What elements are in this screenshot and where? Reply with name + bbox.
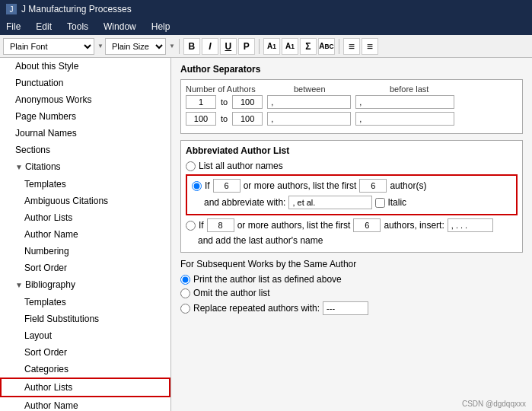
row2-from-input[interactable] (186, 112, 216, 126)
row2-to-label: to (221, 114, 228, 123)
align-center-button[interactable]: ≡ (362, 38, 378, 55)
tree-item-layout[interactable]: Layout (0, 327, 170, 344)
abbrev-with-input[interactable] (288, 196, 372, 209)
menu-help[interactable]: Help (148, 20, 174, 33)
row1-between-input[interactable] (267, 95, 351, 109)
menu-tools[interactable]: Tools (64, 20, 91, 33)
toolbar-sep-3 (339, 39, 339, 54)
bibliography-label: Bibliography (25, 279, 75, 290)
subseq-radio-1[interactable] (180, 275, 190, 285)
tree-item-anonymous[interactable]: Anonymous Works (0, 91, 170, 108)
citations-expand-icon: ▼ (15, 163, 23, 171)
sort-order-bib-label: Sort Order (24, 347, 67, 358)
row2-between-input[interactable] (267, 112, 351, 126)
radio-if-6[interactable] (192, 181, 202, 191)
row2-before-last-input[interactable] (355, 112, 454, 126)
layout-label: Layout (24, 330, 52, 341)
tree-item-journal-names[interactable]: Journal Names (0, 125, 170, 142)
author-sep-title: Author Separators (180, 64, 523, 75)
font-select[interactable]: Plain Font (3, 38, 94, 55)
radio-list-all[interactable] (186, 161, 196, 171)
radio3-middle-label: or more authors, list the first (237, 220, 351, 231)
radio3-num2-input[interactable] (353, 218, 381, 232)
tree-item-bibliography[interactable]: ▼Bibliography (0, 276, 170, 294)
tree-item-author-name-bib[interactable]: Author Name (0, 397, 170, 411)
underline-button[interactable]: U (220, 38, 237, 55)
italic-button[interactable]: I (202, 38, 218, 55)
size-dropdown-arrow: ▼ (169, 43, 175, 49)
radio3-sub-label: and add the last author's name (198, 235, 323, 246)
sections-label: Sections (15, 145, 50, 155)
tree-item-citations[interactable]: ▼Citations (0, 158, 170, 176)
tree-item-templates-bib[interactable]: Templates (0, 294, 170, 311)
align-left-button[interactable]: ≡ (343, 38, 360, 55)
tree-item-punctuation[interactable]: Punctuation (0, 75, 170, 91)
subseq-radio1-label: Print the author list as defined above (193, 274, 342, 285)
subseq-radio-2[interactable] (180, 288, 190, 298)
subseq-radio-row-2: Omit the author list (180, 288, 523, 298)
menu-edit[interactable]: Edit (33, 20, 55, 33)
subseq-section: For Subsequent Works by the Same Author … (180, 259, 523, 315)
font-dropdown-arrow: ▼ (97, 43, 104, 49)
journal-names-label: Journal Names (15, 128, 77, 139)
tree-item-author-name-cit[interactable]: Author Name (0, 226, 170, 243)
subseq-radio-3[interactable] (180, 304, 190, 314)
radio3-num1-input[interactable] (207, 218, 234, 232)
row1-from-input[interactable] (186, 95, 216, 109)
row1-to-input[interactable] (232, 95, 263, 109)
ambiguous-label: Ambiguous Citations (24, 196, 108, 206)
tree-item-author-lists-bib[interactable]: Author Lists (0, 378, 170, 397)
tree-item-templates-cit[interactable]: Templates (0, 176, 170, 193)
row1-to-label: to (221, 97, 228, 107)
tree-item-sort-order-cit[interactable]: Sort Order (0, 260, 170, 276)
radio3-sub-row: and add the last author's name (186, 235, 518, 246)
right-panel: Author Separators Number of Authors betw… (171, 58, 532, 411)
abbrev-with-label: and abbreviate with: (204, 197, 285, 208)
tree-item-about[interactable]: About this Style (0, 58, 170, 75)
left-panel: About this Style Punctuation Anonymous W… (0, 58, 171, 411)
abbrev-with-row: and abbreviate with: Italic (192, 196, 511, 209)
p-button[interactable]: P (238, 38, 255, 55)
radio2-num1-input[interactable] (213, 179, 241, 193)
title-bar: J J Manufacturing Processes (0, 0, 532, 18)
abbrev-title: Abbreviated Author List (186, 145, 518, 156)
subseq-radio3-prefix-label: Replace repeated authors with: (193, 303, 320, 314)
tree-item-sections[interactable]: Sections (0, 142, 170, 158)
author-sep-col-headers: Number of Authors between before last (186, 84, 518, 94)
tree-item-field-substitutions[interactable]: Field Substitutions (0, 311, 170, 327)
radio-row-1: List all author names (186, 161, 518, 171)
superscript-button[interactable]: A1 (263, 38, 280, 55)
menu-bar: File Edit Tools Window Help (0, 18, 532, 35)
radio3-insert-input[interactable] (448, 218, 493, 232)
row1-before-last-input[interactable] (355, 95, 454, 109)
bold-button[interactable]: B (183, 38, 200, 55)
menu-file[interactable]: File (3, 20, 24, 33)
radio2-num2-input[interactable] (359, 179, 387, 193)
tree-item-numbering[interactable]: Numbering (0, 243, 170, 260)
author-lists-bib-label: Author Lists (24, 382, 72, 393)
tree-item-sort-order-bib[interactable]: Sort Order (0, 344, 170, 361)
tree-item-page-numbers[interactable]: Page Numbers (0, 108, 170, 125)
author-lists-cit-label: Author Lists (24, 212, 72, 223)
radio-if-8[interactable] (186, 221, 196, 231)
templates-cit-label: Templates (24, 179, 66, 190)
italic-checkbox[interactable] (375, 198, 385, 208)
sort-order-cit-label: Sort Order (24, 263, 67, 273)
author-sep-row2: to (186, 112, 518, 126)
italic-label: Italic (387, 197, 406, 208)
sigma-button[interactable]: Σ (300, 38, 317, 55)
tree-item-categories[interactable]: Categories (0, 361, 170, 378)
subseq-radio3-value-input[interactable] (323, 301, 368, 315)
radio3-if-label: If (199, 220, 204, 231)
radio-row-3: If or more authors, list the first autho… (186, 218, 518, 232)
subscript-button[interactable]: A1 (282, 38, 298, 55)
tree-item-ambiguous[interactable]: Ambiguous Citations (0, 193, 170, 209)
abbrev-section: Abbreviated Author List List all author … (180, 140, 523, 253)
tree-item-author-lists-cit[interactable]: Author Lists (0, 209, 170, 226)
abc-button[interactable]: ABC (318, 38, 335, 55)
col-num-authors: Number of Authors (186, 84, 285, 94)
menu-window[interactable]: Window (100, 20, 139, 33)
row2-to-input[interactable] (232, 112, 263, 126)
col-between: between (294, 84, 385, 94)
size-select[interactable]: Plain Size (105, 38, 166, 55)
